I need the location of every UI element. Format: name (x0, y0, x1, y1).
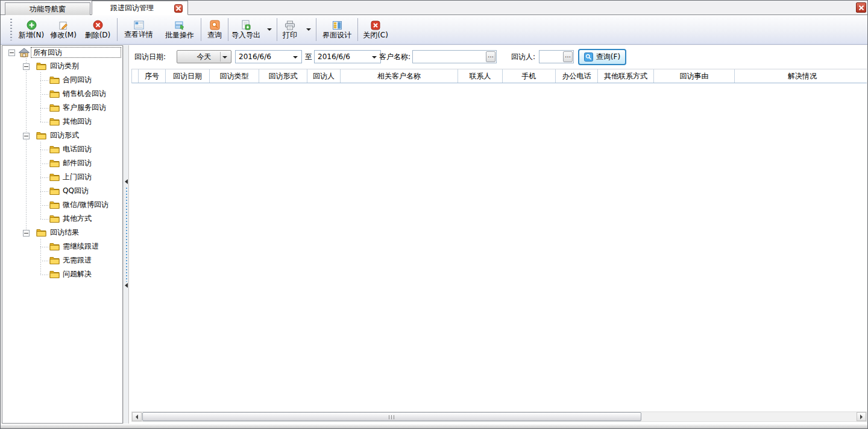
column-header-other-contact[interactable]: 其他联系方式 (598, 69, 654, 83)
folder-icon (49, 159, 60, 168)
chevron-down-icon (222, 56, 227, 59)
customer-name-input[interactable] (414, 51, 485, 62)
date-preset-value: 今天 (197, 52, 212, 61)
search-button[interactable]: 查询(F) (578, 49, 626, 65)
search-icon (584, 52, 593, 62)
tree-item-phone-visit[interactable]: 电话回访 (2, 143, 122, 157)
window-bottom-frame (1, 424, 867, 428)
column-header-resolution[interactable]: 解决情况 (735, 69, 868, 83)
column-header-visitor[interactable]: 回访人 (307, 69, 341, 83)
collapse-toggle-icon[interactable] (23, 133, 30, 139)
folder-icon (49, 270, 60, 279)
folder-icon (49, 89, 60, 99)
toolbar: 新增(N) 修改(M) 删除(D) 查看详情 批量操作 查询 导入导出 (1, 15, 867, 45)
folder-icon (36, 62, 47, 71)
customer-name-field: … (412, 50, 497, 63)
tab-strip: 功能导航窗 跟进回访管理 (1, 1, 867, 15)
collapse-left-icon[interactable] (125, 283, 128, 288)
chevron-down-icon (306, 28, 311, 31)
window-close-button[interactable] (856, 2, 866, 13)
tree-item-contract-visit[interactable]: 合同回访 (2, 74, 122, 87)
column-header-contact[interactable]: 联系人 (458, 69, 503, 83)
scrollbar-thumb[interactable] (142, 412, 641, 421)
import-export-dropdown[interactable] (263, 16, 276, 43)
chevron-down-icon (267, 28, 272, 31)
date-to-value: 2016/6/6 (318, 52, 350, 61)
date-to-combo[interactable]: 2016/6/6 (314, 50, 381, 63)
column-header-seq[interactable]: 序号 (139, 69, 166, 83)
delete-icon (93, 20, 103, 30)
import-export-icon (241, 20, 251, 30)
tree-item-onsite-visit[interactable]: 上门回访 (2, 171, 122, 185)
tab-function-nav[interactable]: 功能导航窗 (5, 2, 90, 15)
toolbar-separator (117, 18, 118, 41)
column-header-visit-type[interactable]: 回访类型 (210, 69, 259, 83)
horizontal-scrollbar[interactable] (131, 412, 867, 422)
toolbar-separator (277, 18, 277, 41)
import-export-button[interactable]: 导入导出 (229, 16, 263, 43)
column-header-mobile[interactable]: 手机 (503, 69, 556, 83)
delete-button[interactable]: 删除(D) (79, 16, 116, 43)
collapse-toggle-icon[interactable] (23, 63, 30, 70)
tab-followup-management[interactable]: 跟进回访管理 (92, 1, 188, 15)
edit-button[interactable]: 修改(M) (48, 16, 79, 43)
tree-item-problem-solved[interactable]: 问题解决 (2, 268, 122, 282)
date-from-value: 2016/6/6 (239, 52, 271, 61)
tree-connector (40, 247, 48, 247)
print-dropdown[interactable] (302, 16, 315, 43)
date-from-combo[interactable]: 2016/6/6 (235, 50, 302, 63)
customer-name-label: 客户名称: (379, 50, 410, 63)
tree-item-need-followup[interactable]: 需继续跟进 (2, 240, 122, 254)
visitor-input[interactable] (540, 51, 562, 62)
main-panel: 回访日期: 今天 2016/6/6 至 2016/6/6 客户名称: … 回访人… (129, 45, 867, 424)
tree-connector (40, 108, 48, 109)
folder-icon (36, 131, 47, 141)
collapse-toggle-icon[interactable] (23, 230, 30, 237)
ui-design-icon (332, 21, 342, 30)
tree-item-customer-service-visit[interactable]: 客户服务回访 (2, 101, 122, 115)
column-header-customer-name[interactable]: 相关客户名称 (341, 69, 458, 83)
column-header-visit-reason[interactable]: 回访事由 (654, 69, 735, 83)
date-preset-combo[interactable]: 今天 (177, 50, 231, 63)
column-header-office-phone[interactable]: 办公电话 (556, 69, 598, 83)
tree-item-email-visit[interactable]: 邮件回访 (2, 157, 122, 171)
query-button[interactable]: 查询 (202, 16, 227, 43)
scroll-right-button[interactable] (857, 412, 866, 421)
tree-item-sales-opportunity-visit[interactable]: 销售机会回访 (2, 87, 122, 101)
tree-item-wechat-weibo-visit[interactable]: 微信/微博回访 (2, 199, 122, 212)
tree-item-visit-method[interactable]: 回访形式 (2, 129, 122, 143)
visit-date-label: 回访日期: (134, 50, 166, 63)
search-button-label: 查询(F) (596, 52, 620, 62)
scroll-left-button[interactable] (132, 412, 142, 421)
toolbar-separator (357, 18, 358, 41)
chevron-down-icon (372, 56, 377, 59)
add-button[interactable]: 新增(N) (15, 16, 48, 43)
close-icon (371, 21, 380, 30)
tree-item-visit-category[interactable]: 回访类别 (2, 60, 122, 74)
column-header-visit-method[interactable]: 回访形式 (259, 69, 307, 83)
tab-close-icon[interactable] (174, 4, 183, 13)
grid-body[interactable] (131, 84, 867, 411)
visitor-browse-button[interactable]: … (563, 51, 573, 62)
tree-item-qq-visit[interactable]: QQ回访 (2, 185, 122, 199)
panel-splitter[interactable] (123, 45, 129, 424)
collapse-left-icon[interactable] (125, 179, 128, 184)
tree-connector (40, 275, 48, 275)
folder-icon (49, 200, 60, 210)
close-button[interactable]: 关闭(C) (359, 16, 392, 43)
tree-item-other-method[interactable]: 其他方式 (2, 212, 122, 226)
column-header-visit-date[interactable]: 回访日期 (166, 69, 210, 83)
row-indicator-header (132, 69, 139, 83)
ui-design-button[interactable]: 界面设计 (317, 16, 357, 43)
view-detail-button[interactable]: 查看详情 (118, 16, 159, 43)
tree-item-visit-result[interactable]: 回访结果 (2, 226, 122, 240)
tree-item-all-visits[interactable]: 所有回访 (2, 46, 122, 60)
customer-browse-button[interactable]: … (486, 51, 495, 62)
toolbar-grip[interactable] (10, 19, 12, 40)
print-button[interactable]: 打印 (278, 16, 302, 43)
batch-operation-button[interactable]: 批量操作 (159, 16, 200, 43)
tree-item-other-visit[interactable]: 其他回访 (2, 115, 122, 129)
edit-icon (58, 21, 68, 30)
collapse-toggle-icon[interactable] (8, 49, 15, 56)
tree-item-no-followup[interactable]: 无需跟进 (2, 254, 122, 268)
